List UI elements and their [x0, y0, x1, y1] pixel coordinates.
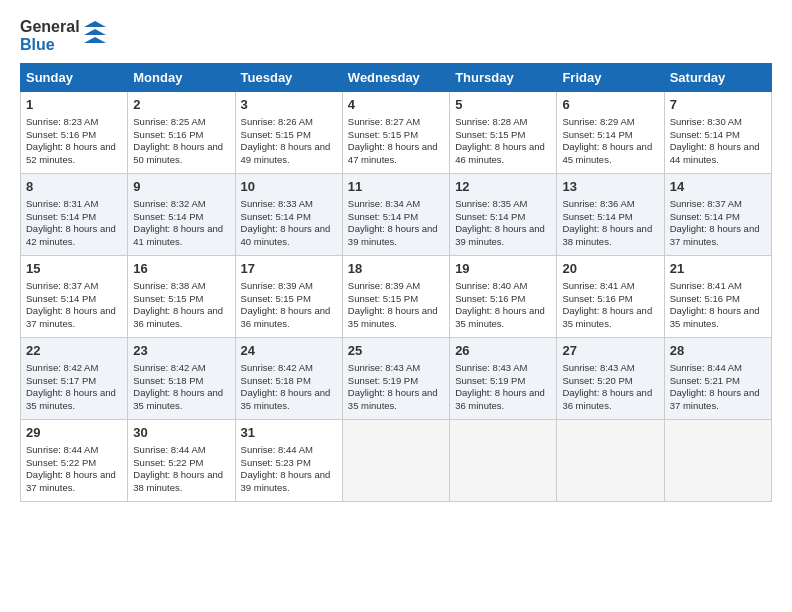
daylight-label: Daylight: 8 hours and 49 minutes.	[241, 141, 331, 165]
col-monday: Monday	[128, 64, 235, 92]
sunset-label: Sunset: 5:14 PM	[670, 211, 740, 222]
sunset-label: Sunset: 5:21 PM	[670, 375, 740, 386]
sunrise-label: Sunrise: 8:29 AM	[562, 116, 634, 127]
day-number: 14	[670, 178, 766, 196]
daylight-label: Daylight: 8 hours and 44 minutes.	[670, 141, 760, 165]
day-number: 20	[562, 260, 658, 278]
calendar-cell: 29 Sunrise: 8:44 AM Sunset: 5:22 PM Dayl…	[21, 420, 128, 502]
daylight-label: Daylight: 8 hours and 38 minutes.	[133, 469, 223, 493]
daylight-label: Daylight: 8 hours and 36 minutes.	[133, 305, 223, 329]
daylight-label: Daylight: 8 hours and 39 minutes.	[241, 469, 331, 493]
calendar-cell: 16 Sunrise: 8:38 AM Sunset: 5:15 PM Dayl…	[128, 256, 235, 338]
sunrise-label: Sunrise: 8:44 AM	[670, 362, 742, 373]
sunset-label: Sunset: 5:15 PM	[241, 129, 311, 140]
sunrise-label: Sunrise: 8:39 AM	[348, 280, 420, 291]
calendar-cell: 24 Sunrise: 8:42 AM Sunset: 5:18 PM Dayl…	[235, 338, 342, 420]
col-saturday: Saturday	[664, 64, 771, 92]
sunset-label: Sunset: 5:20 PM	[562, 375, 632, 386]
sunset-label: Sunset: 5:15 PM	[133, 293, 203, 304]
sunrise-label: Sunrise: 8:33 AM	[241, 198, 313, 209]
calendar-cell: 8 Sunrise: 8:31 AM Sunset: 5:14 PM Dayli…	[21, 174, 128, 256]
day-number: 5	[455, 96, 551, 114]
calendar-cell: 22 Sunrise: 8:42 AM Sunset: 5:17 PM Dayl…	[21, 338, 128, 420]
daylight-label: Daylight: 8 hours and 39 minutes.	[455, 223, 545, 247]
sunrise-label: Sunrise: 8:41 AM	[670, 280, 742, 291]
daylight-label: Daylight: 8 hours and 35 minutes.	[241, 387, 331, 411]
day-number: 4	[348, 96, 444, 114]
col-thursday: Thursday	[450, 64, 557, 92]
calendar-cell: 25 Sunrise: 8:43 AM Sunset: 5:19 PM Dayl…	[342, 338, 449, 420]
sunset-label: Sunset: 5:18 PM	[133, 375, 203, 386]
calendar-cell: 4 Sunrise: 8:27 AM Sunset: 5:15 PM Dayli…	[342, 92, 449, 174]
daylight-label: Daylight: 8 hours and 35 minutes.	[133, 387, 223, 411]
daylight-label: Daylight: 8 hours and 46 minutes.	[455, 141, 545, 165]
calendar-cell: 20 Sunrise: 8:41 AM Sunset: 5:16 PM Dayl…	[557, 256, 664, 338]
daylight-label: Daylight: 8 hours and 35 minutes.	[348, 387, 438, 411]
calendar-cell: 7 Sunrise: 8:30 AM Sunset: 5:14 PM Dayli…	[664, 92, 771, 174]
sunrise-label: Sunrise: 8:28 AM	[455, 116, 527, 127]
calendar-cell: 2 Sunrise: 8:25 AM Sunset: 5:16 PM Dayli…	[128, 92, 235, 174]
calendar-cell	[342, 420, 449, 502]
calendar-cell	[450, 420, 557, 502]
sunset-label: Sunset: 5:15 PM	[455, 129, 525, 140]
sunset-label: Sunset: 5:14 PM	[348, 211, 418, 222]
sunrise-label: Sunrise: 8:27 AM	[348, 116, 420, 127]
day-number: 2	[133, 96, 229, 114]
sunset-label: Sunset: 5:16 PM	[26, 129, 96, 140]
day-number: 16	[133, 260, 229, 278]
calendar-cell: 13 Sunrise: 8:36 AM Sunset: 5:14 PM Dayl…	[557, 174, 664, 256]
sunrise-label: Sunrise: 8:44 AM	[26, 444, 98, 455]
day-number: 1	[26, 96, 122, 114]
sunrise-label: Sunrise: 8:35 AM	[455, 198, 527, 209]
calendar-cell: 12 Sunrise: 8:35 AM Sunset: 5:14 PM Dayl…	[450, 174, 557, 256]
daylight-label: Daylight: 8 hours and 35 minutes.	[348, 305, 438, 329]
day-number: 27	[562, 342, 658, 360]
sunset-label: Sunset: 5:16 PM	[133, 129, 203, 140]
sunrise-label: Sunrise: 8:34 AM	[348, 198, 420, 209]
sunrise-label: Sunrise: 8:23 AM	[26, 116, 98, 127]
sunrise-label: Sunrise: 8:36 AM	[562, 198, 634, 209]
calendar-cell: 28 Sunrise: 8:44 AM Sunset: 5:21 PM Dayl…	[664, 338, 771, 420]
sunset-label: Sunset: 5:14 PM	[133, 211, 203, 222]
calendar-cell: 9 Sunrise: 8:32 AM Sunset: 5:14 PM Dayli…	[128, 174, 235, 256]
calendar-week-row: 8 Sunrise: 8:31 AM Sunset: 5:14 PM Dayli…	[21, 174, 772, 256]
sunset-label: Sunset: 5:14 PM	[562, 129, 632, 140]
sunrise-label: Sunrise: 8:44 AM	[133, 444, 205, 455]
day-number: 12	[455, 178, 551, 196]
calendar-week-row: 1 Sunrise: 8:23 AM Sunset: 5:16 PM Dayli…	[21, 92, 772, 174]
sunrise-label: Sunrise: 8:37 AM	[26, 280, 98, 291]
sunset-label: Sunset: 5:18 PM	[241, 375, 311, 386]
day-number: 19	[455, 260, 551, 278]
daylight-label: Daylight: 8 hours and 37 minutes.	[670, 387, 760, 411]
day-number: 11	[348, 178, 444, 196]
sunset-label: Sunset: 5:15 PM	[241, 293, 311, 304]
day-number: 6	[562, 96, 658, 114]
daylight-label: Daylight: 8 hours and 38 minutes.	[562, 223, 652, 247]
daylight-label: Daylight: 8 hours and 36 minutes.	[455, 387, 545, 411]
daylight-label: Daylight: 8 hours and 45 minutes.	[562, 141, 652, 165]
sunset-label: Sunset: 5:19 PM	[348, 375, 418, 386]
sunrise-label: Sunrise: 8:37 AM	[670, 198, 742, 209]
sunrise-label: Sunrise: 8:32 AM	[133, 198, 205, 209]
calendar-cell: 17 Sunrise: 8:39 AM Sunset: 5:15 PM Dayl…	[235, 256, 342, 338]
day-number: 29	[26, 424, 122, 442]
calendar-cell: 21 Sunrise: 8:41 AM Sunset: 5:16 PM Dayl…	[664, 256, 771, 338]
daylight-label: Daylight: 8 hours and 47 minutes.	[348, 141, 438, 165]
sunset-label: Sunset: 5:23 PM	[241, 457, 311, 468]
calendar-week-row: 29 Sunrise: 8:44 AM Sunset: 5:22 PM Dayl…	[21, 420, 772, 502]
calendar-cell: 26 Sunrise: 8:43 AM Sunset: 5:19 PM Dayl…	[450, 338, 557, 420]
col-sunday: Sunday	[21, 64, 128, 92]
daylight-label: Daylight: 8 hours and 42 minutes.	[26, 223, 116, 247]
sunset-label: Sunset: 5:14 PM	[26, 293, 96, 304]
daylight-label: Daylight: 8 hours and 36 minutes.	[241, 305, 331, 329]
sunrise-label: Sunrise: 8:43 AM	[455, 362, 527, 373]
sunset-label: Sunset: 5:16 PM	[562, 293, 632, 304]
calendar-cell	[664, 420, 771, 502]
sunrise-label: Sunrise: 8:25 AM	[133, 116, 205, 127]
header: General Blue	[20, 18, 772, 53]
daylight-label: Daylight: 8 hours and 35 minutes.	[26, 387, 116, 411]
calendar-cell: 3 Sunrise: 8:26 AM Sunset: 5:15 PM Dayli…	[235, 92, 342, 174]
day-number: 21	[670, 260, 766, 278]
calendar-cell: 11 Sunrise: 8:34 AM Sunset: 5:14 PM Dayl…	[342, 174, 449, 256]
sunset-label: Sunset: 5:14 PM	[670, 129, 740, 140]
